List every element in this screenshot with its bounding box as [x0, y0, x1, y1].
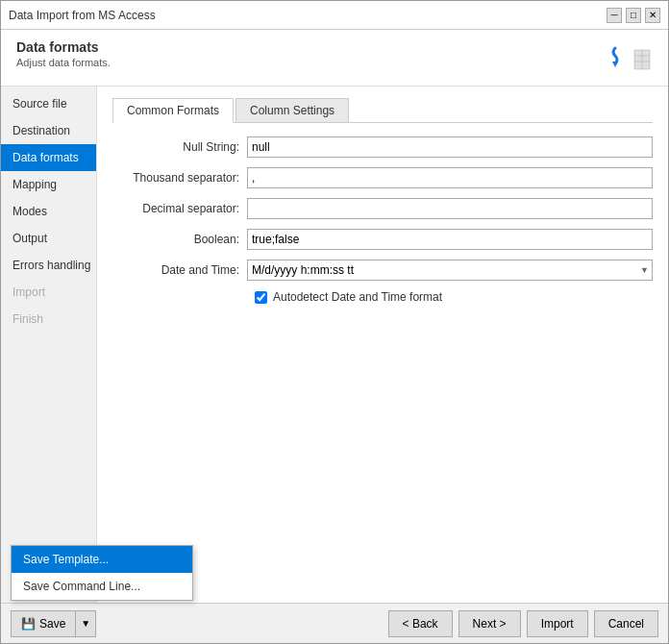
- bottom-right-area: < Back Next > Import Cancel: [388, 610, 658, 637]
- page-subtitle: Adjust data formats.: [16, 57, 111, 68]
- null-string-row: Null String:: [112, 136, 653, 158]
- save-label: Save: [39, 617, 65, 631]
- sidebar-item-mapping[interactable]: Mapping: [1, 171, 96, 198]
- save-dropdown-popup: Save Template... Save Command Line...: [11, 545, 193, 601]
- date-time-select[interactable]: M/d/yyyy h:mm:ss tt: [247, 260, 653, 281]
- next-button[interactable]: Next >: [458, 610, 521, 637]
- header-text: Data formats Adjust data formats.: [16, 39, 111, 68]
- sidebar-item-data-formats[interactable]: Data formats: [1, 144, 96, 171]
- decimal-separator-input[interactable]: [247, 198, 653, 219]
- thousand-separator-label: Thousand separator:: [112, 171, 247, 185]
- decimal-separator-label: Decimal separator:: [112, 202, 247, 215]
- tabs-container: Common Formats Column Settings: [112, 98, 653, 123]
- autodetect-label: Autodetect Date and Time format: [273, 290, 442, 304]
- svg-marker-4: [612, 62, 618, 67]
- decimal-separator-row: Decimal separator:: [112, 198, 653, 219]
- close-button[interactable]: ✕: [645, 8, 660, 23]
- boolean-input[interactable]: [247, 229, 653, 250]
- tab-column-settings[interactable]: Column Settings: [235, 98, 349, 122]
- title-bar-controls: ─ □ ✕: [607, 8, 660, 23]
- cancel-button[interactable]: Cancel: [594, 610, 658, 637]
- save-dropdown-button[interactable]: ▼: [75, 610, 96, 637]
- dropdown-arrow-icon: ▼: [81, 618, 90, 629]
- sidebar-item-modes[interactable]: Modes: [1, 198, 96, 225]
- sidebar-item-destination[interactable]: Destination: [1, 117, 96, 144]
- save-template-item[interactable]: Save Template...: [12, 546, 192, 573]
- main-panel: Common Formats Column Settings Null Stri…: [97, 87, 668, 603]
- window-header: Data formats Adjust data formats.: [1, 30, 668, 87]
- date-time-row: Date and Time: M/d/yyyy h:mm:ss tt ▼: [112, 260, 653, 281]
- title-bar: Data Import from MS Access ─ □ ✕: [1, 1, 668, 30]
- sidebar-item-errors-handling[interactable]: Errors handling: [1, 252, 96, 279]
- sidebar-item-output[interactable]: Output: [1, 225, 96, 252]
- logo-area: [607, 39, 653, 78]
- page-title: Data formats: [16, 39, 111, 55]
- sidebar-item-import: Import: [1, 279, 96, 306]
- window-title: Data Import from MS Access: [9, 9, 156, 22]
- app-logo: [607, 40, 652, 77]
- save-icon: 💾: [21, 617, 36, 631]
- sidebar-item-finish: Finish: [1, 306, 96, 333]
- thousand-separator-row: Thousand separator:: [112, 167, 653, 188]
- save-command-line-item[interactable]: Save Command Line...: [12, 573, 192, 600]
- date-time-label: Date and Time:: [112, 263, 247, 277]
- boolean-row: Boolean:: [112, 229, 653, 250]
- sidebar: Source file Destination Data formats Map…: [1, 87, 97, 603]
- autodetect-checkbox[interactable]: [255, 291, 267, 304]
- null-string-label: Null String:: [112, 140, 247, 154]
- date-time-select-wrapper: M/d/yyyy h:mm:ss tt ▼: [247, 260, 653, 281]
- content-area: Source file Destination Data formats Map…: [1, 87, 668, 603]
- boolean-label: Boolean:: [112, 233, 247, 246]
- main-window: Data Import from MS Access ─ □ ✕ Data fo…: [0, 0, 669, 644]
- maximize-button[interactable]: □: [626, 8, 641, 23]
- minimize-button[interactable]: ─: [607, 8, 622, 23]
- thousand-separator-input[interactable]: [247, 167, 653, 188]
- null-string-input[interactable]: [247, 136, 653, 158]
- tab-common-formats[interactable]: Common Formats: [112, 98, 234, 123]
- bottom-left-area: Save Template... Save Command Line... 💾 …: [11, 610, 96, 637]
- save-button[interactable]: 💾 Save: [11, 610, 75, 637]
- import-button[interactable]: Import: [527, 610, 588, 637]
- autodetect-row: Autodetect Date and Time format: [255, 290, 653, 304]
- bottom-bar: Save Template... Save Command Line... 💾 …: [1, 603, 668, 643]
- back-button[interactable]: < Back: [388, 610, 453, 637]
- sidebar-item-source-file[interactable]: Source file: [1, 90, 96, 117]
